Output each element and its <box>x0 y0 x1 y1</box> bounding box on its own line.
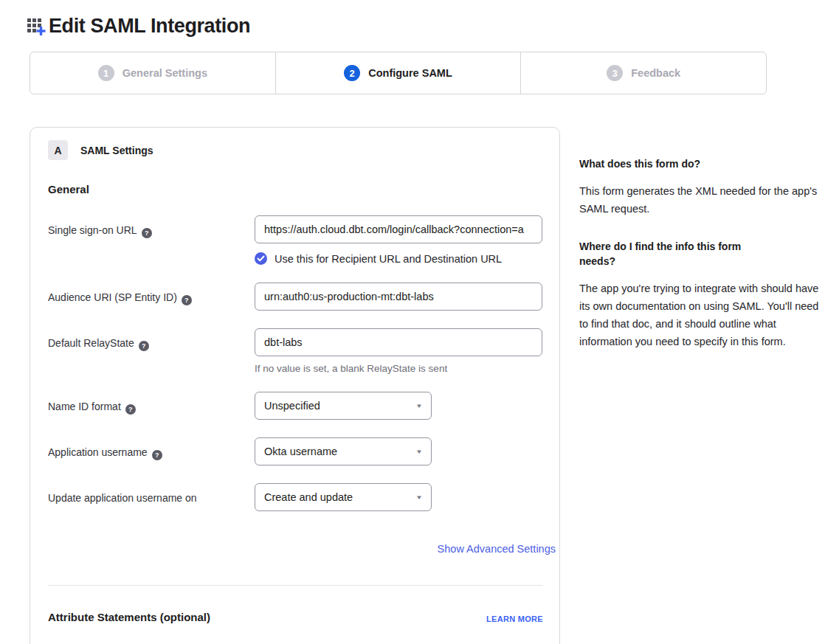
name-id-format-select[interactable]: Unspecified ▼ <box>255 392 432 420</box>
form-row-audience-uri: Audience URI (SP Entity ID)? <box>48 283 542 311</box>
audience-uri-input[interactable] <box>255 283 542 311</box>
relay-state-input[interactable] <box>255 328 542 356</box>
help-icon[interactable]: ? <box>139 341 149 351</box>
form-row-name-id-format: Name ID format? Unspecified ▼ <box>48 392 542 420</box>
name-id-format-label: Name ID format? <box>48 392 255 415</box>
help-question-1: What does this form do? <box>579 156 825 171</box>
sso-url-label: Single sign-on URL? <box>48 215 255 238</box>
form-row-update-username: Update application username on Create an… <box>48 483 542 511</box>
form-row-app-username: Application username? Okta username ▼ <box>48 437 542 465</box>
help-answer-1: This form generates the XML needed for t… <box>579 182 825 218</box>
step-feedback[interactable]: 3 Feedback <box>520 52 766 94</box>
wizard-steps: 1 General Settings 2 Configure SAML 3 Fe… <box>30 52 767 94</box>
help-icon[interactable]: ? <box>152 450 162 460</box>
panel-header: A SAML Settings <box>48 140 542 160</box>
selected-value: Unspecified <box>264 400 320 412</box>
relay-state-hint: If no value is set, a blank RelayState i… <box>255 363 542 374</box>
page-title: Edit SAML Integration <box>49 15 250 38</box>
step-number-badge: 3 <box>607 65 623 81</box>
show-advanced-settings-link[interactable]: Show Advanced Settings <box>438 543 556 555</box>
help-icon[interactable]: ? <box>142 228 152 238</box>
section-a-badge: A <box>48 140 68 160</box>
sso-url-input[interactable] <box>255 215 542 243</box>
help-icon[interactable]: ? <box>182 295 192 305</box>
chevron-down-icon: ▼ <box>415 403 423 409</box>
form-row-relay-state: Default RelayState? If no value is set, … <box>48 328 542 374</box>
audience-uri-label: Audience URI (SP Entity ID)? <box>48 283 255 305</box>
selected-value: Okta username <box>264 446 337 457</box>
help-answer-2: The app you're trying to integrate with … <box>579 280 825 350</box>
panel-title: SAML Settings <box>80 145 153 156</box>
step-general-settings[interactable]: 1 General Settings <box>30 52 275 94</box>
step-number-badge: 1 <box>98 65 114 81</box>
checkmark-icon <box>257 255 265 262</box>
advanced-settings-row: Show Advanced Settings <box>48 542 556 555</box>
app-username-label: Application username? <box>48 437 255 460</box>
recipient-url-checkbox-label: Use this for Recipient URL and Destinati… <box>275 253 502 265</box>
relay-state-label: Default RelayState? <box>48 328 255 351</box>
recipient-url-checkbox-row: Use this for Recipient URL and Destinati… <box>255 252 542 265</box>
learn-more-link[interactable]: LEARN MORE <box>486 614 543 623</box>
saml-settings-card: A SAML Settings General Single sign-on U… <box>30 127 560 644</box>
help-sidebar: What does this form do? This form genera… <box>579 156 825 350</box>
form-row-sso-url: Single sign-on URL? Use this for Recipie… <box>48 215 542 265</box>
chevron-down-icon: ▼ <box>415 449 423 455</box>
step-label: General Settings <box>122 67 207 79</box>
update-username-label: Update application username on <box>48 483 255 505</box>
selected-value: Create and update <box>264 491 353 503</box>
attribute-statements-title: Attribute Statements (optional) <box>48 611 210 623</box>
recipient-url-checkbox[interactable] <box>255 252 267 265</box>
help-icon[interactable]: ? <box>125 404 136 415</box>
step-number-badge: 2 <box>344 65 360 81</box>
step-label: Configure SAML <box>368 67 452 79</box>
section-divider <box>48 585 543 586</box>
add-application-grid-icon <box>27 15 46 38</box>
update-username-select[interactable]: Create and update ▼ <box>255 483 432 511</box>
attribute-statements-header: Attribute Statements (optional) LEARN MO… <box>48 611 543 623</box>
step-configure-saml[interactable]: 2 Configure SAML <box>275 52 521 94</box>
step-label: Feedback <box>631 67 680 79</box>
general-section-heading: General <box>48 183 542 195</box>
chevron-down-icon: ▼ <box>415 494 423 501</box>
app-username-select[interactable]: Okta username ▼ <box>255 437 432 465</box>
page-header: Edit SAML Integration <box>27 15 250 38</box>
help-question-2: Where do I find the info this form needs… <box>579 239 765 269</box>
